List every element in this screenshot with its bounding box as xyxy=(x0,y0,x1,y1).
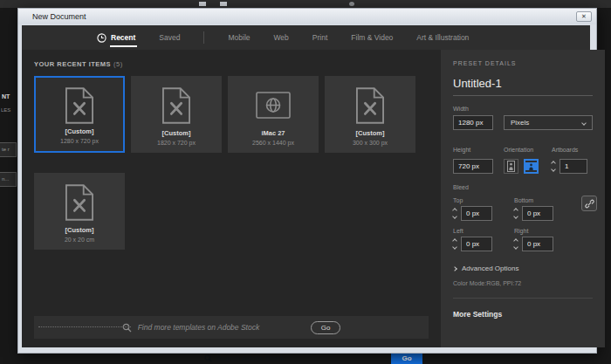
panel-divider xyxy=(453,298,593,299)
tab-label: Art & Illustration xyxy=(416,33,469,42)
clock-icon xyxy=(97,33,106,43)
bleed-grid: Top Bottom xyxy=(453,190,565,251)
recent-item-dimensions: 1820 x 720 px xyxy=(157,140,196,146)
browser-globe-icon xyxy=(256,76,291,129)
width-input[interactable] xyxy=(453,115,493,130)
recent-item-card[interactable]: iMac 27 2560 x 1440 px xyxy=(228,76,319,153)
stock-search-input[interactable] xyxy=(138,323,286,332)
dialog-content: Recent Saved Mobile Web Print Film & Vid… xyxy=(22,25,590,347)
artboards-input[interactable] xyxy=(560,159,587,174)
tab-label: Print xyxy=(312,33,327,42)
search-icon xyxy=(204,354,212,362)
desktop: { "window": { "title": "New Document", "… xyxy=(0,0,611,364)
advanced-options-toggle[interactable]: Advanced Options xyxy=(453,264,593,272)
background-search-placeholder[interactable]: Search Adobe Stock xyxy=(216,354,285,362)
bleed-top-label: Top xyxy=(453,197,504,203)
recent-item-card[interactable]: [Custom] 1280 x 720 px xyxy=(34,76,125,153)
recent-item-card[interactable]: [Custom] 1820 x 720 px xyxy=(131,76,222,153)
tab-recent[interactable]: Recent xyxy=(97,25,135,50)
tab-label: Film & Video xyxy=(351,33,393,42)
orientation-label: Orientation xyxy=(504,147,533,153)
bleed-bottom-stepper[interactable] xyxy=(514,209,518,218)
bleed-bottom-label: Bottom xyxy=(514,197,565,203)
orientation-landscape-button[interactable] xyxy=(524,159,539,174)
adobe-stock-searchbar: Go xyxy=(34,316,429,339)
document-name-field[interactable]: Untitled-1 xyxy=(453,77,593,96)
preset-details-heading: PRESET DETAILS xyxy=(453,60,593,66)
bleed-right-stepper[interactable] xyxy=(514,239,518,249)
background-go-button[interactable]: Go xyxy=(391,353,422,364)
bleed-bottom-input[interactable] xyxy=(522,206,553,221)
bleed-left-label: Left xyxy=(453,228,504,234)
background-text-fragment: NT xyxy=(2,93,10,100)
background-text-fragment: LES xyxy=(1,107,10,113)
stepper-up-icon[interactable] xyxy=(551,161,556,166)
stepper-down-icon[interactable] xyxy=(513,244,518,250)
tab-label: Saved xyxy=(159,33,180,42)
stepper-down-icon[interactable] xyxy=(513,214,518,219)
tab-label: Web xyxy=(274,33,289,42)
height-input[interactable] xyxy=(453,159,493,174)
bleed-left-input[interactable] xyxy=(461,237,492,251)
recent-item-name: iMac 27 xyxy=(261,129,285,137)
tab-saved[interactable]: Saved xyxy=(159,25,180,50)
more-settings-link[interactable]: More Settings xyxy=(453,310,593,319)
stock-go-button[interactable]: Go xyxy=(311,321,341,334)
recent-item-dimensions: 2560 x 1440 px xyxy=(252,140,294,146)
toolbar-icon xyxy=(220,2,227,6)
stepper-down-icon[interactable] xyxy=(452,214,457,219)
tab-label: Recent xyxy=(111,33,135,42)
orientation-portrait-button[interactable] xyxy=(504,159,518,174)
search-icon xyxy=(122,323,132,333)
document-x-icon xyxy=(65,78,93,127)
recent-items-count: (5) xyxy=(113,60,123,68)
recent-item-name: [Custom] xyxy=(356,129,385,137)
dialog-titlebar[interactable]: New Document ✕ xyxy=(18,9,596,24)
stepper-up-icon[interactable] xyxy=(452,238,457,244)
bleed-top-input[interactable] xyxy=(461,206,492,221)
background-toolbar xyxy=(0,0,611,8)
document-x-icon xyxy=(65,173,93,226)
bleed-right-input[interactable] xyxy=(522,237,553,251)
tab-art-illustration[interactable]: Art & Illustration xyxy=(416,25,469,50)
stepper-up-icon[interactable] xyxy=(513,208,518,213)
recent-item-name: [Custom] xyxy=(162,129,191,137)
dotted-selection-artifact xyxy=(38,326,131,327)
tab-divider xyxy=(203,31,204,44)
recent-item-name: [Custom] xyxy=(65,226,94,234)
chevron-down-icon xyxy=(581,120,587,126)
stepper-down-icon[interactable] xyxy=(551,167,556,172)
toolbar-icon xyxy=(349,2,354,6)
dialog-title: New Document xyxy=(32,12,576,21)
units-value: Pixels xyxy=(511,119,529,127)
tab-mobile[interactable]: Mobile xyxy=(228,25,250,50)
bleed-top-stepper[interactable] xyxy=(453,209,457,218)
preset-details-panel: PRESET DETAILS Untitled-1 Width Pixels H… xyxy=(441,50,605,347)
stepper-up-icon[interactable] xyxy=(452,208,457,213)
tab-print[interactable]: Print xyxy=(312,25,327,50)
recent-item-name: [Custom] xyxy=(65,127,94,135)
tab-film-video[interactable]: Film & Video xyxy=(351,25,393,50)
bleed-link-button[interactable] xyxy=(581,196,597,211)
recent-item-card[interactable]: [Custom] 300 x 300 px xyxy=(325,76,415,153)
tab-label: Mobile xyxy=(228,33,250,42)
recent-item-dimensions: 20 x 20 cm xyxy=(65,237,94,243)
recent-items-grid: [Custom] 1280 x 720 px [Custom] 1820 x 7… xyxy=(34,76,429,250)
stepper-down-icon[interactable] xyxy=(452,244,457,250)
recent-item-card[interactable]: [Custom] 20 x 20 cm xyxy=(34,173,125,250)
chevron-right-icon xyxy=(452,266,457,271)
recent-item-dimensions: 1280 x 720 px xyxy=(60,138,99,144)
recent-items-panel: YOUR RECENT ITEMS(5) [Custom] 1280 x 720… xyxy=(22,50,441,347)
close-icon[interactable]: ✕ xyxy=(576,11,592,22)
bleed-left-stepper[interactable] xyxy=(453,239,457,249)
document-x-icon xyxy=(356,76,384,129)
advanced-options-label: Advanced Options xyxy=(462,264,518,272)
bleed-right-label: Right xyxy=(514,228,565,234)
stepper-up-icon[interactable] xyxy=(513,238,518,244)
units-dropdown[interactable]: Pixels xyxy=(504,115,593,130)
toolbar-icon xyxy=(199,2,206,6)
recent-items-heading-text: YOUR RECENT ITEMS xyxy=(34,60,111,68)
height-label: Height xyxy=(453,147,470,153)
tab-web[interactable]: Web xyxy=(274,25,289,50)
artboards-stepper[interactable] xyxy=(552,161,555,171)
